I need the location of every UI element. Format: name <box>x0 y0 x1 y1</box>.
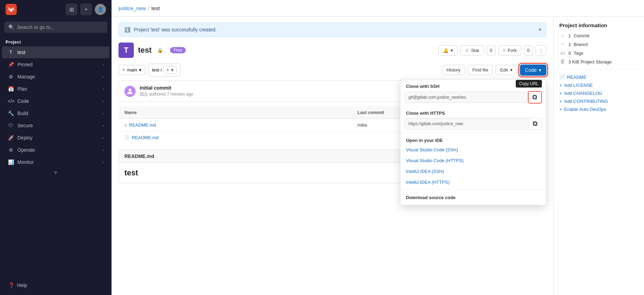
add-contributing-link[interactable]: + Add CONTRIBUTING <box>559 99 638 104</box>
sidebar-item-label-deploy: Deploy <box>17 135 99 141</box>
sidebar: ⊞ + 👤 🔍 Search or go to... Project T tes… <box>0 0 112 295</box>
sidebar-item-label-build: Build <box>17 111 99 116</box>
sidebar-item-monitor[interactable]: 📊 Monitor › <box>2 156 109 168</box>
search-icon: 🔍 <box>8 24 14 30</box>
add-changelog-label: Add CHANGELOG <box>564 91 603 96</box>
enable-devops-icon: + <box>559 107 562 112</box>
sidebar-top: ⊞ + 👤 <box>0 0 112 19</box>
clone-dropdown: Clone with SSH git@gitlab.com:justice_ne… <box>400 79 546 205</box>
add-license-link[interactable]: + Add LICENSE <box>559 83 638 88</box>
ide-intellij-ssh[interactable]: IntelliJ IDEA (SSH) <box>400 166 546 177</box>
sidebar-item-deploy[interactable]: 🚀 Deploy › <box>2 132 109 144</box>
file-name-2: README.md <box>132 135 159 140</box>
sidebar-item-label-pinned: Pinned <box>17 62 99 67</box>
chevron-right-icon: › <box>102 62 104 67</box>
download-source-title[interactable]: Download source code <box>400 192 546 202</box>
sidebar-item-manage[interactable]: ⚙ Manage › <box>2 71 109 83</box>
sidebar-item-code[interactable]: </> Code › <box>2 95 109 107</box>
sidebar-item-label-manage: Manage <box>17 74 99 80</box>
star-count: 0 <box>487 45 496 55</box>
test-icon: T <box>8 50 14 55</box>
add-file-btn[interactable]: + ▾ <box>163 66 177 74</box>
ide-vscode-https[interactable]: Visual Studio Code (HTTPS) <box>400 155 546 166</box>
sidebar-item-pinned[interactable]: 📌 Pinned › <box>2 59 109 70</box>
help-button[interactable]: ❓ Help <box>6 280 106 291</box>
branches-icon: ⑂ <box>559 42 566 47</box>
star-btn[interactable]: ☆ Star <box>460 45 484 55</box>
add-license-icon: + <box>559 83 562 88</box>
commits-label: Commit <box>574 33 589 38</box>
sidebar-top-icons: ⊞ + 👤 <box>66 3 106 15</box>
copy-url-tooltip: Copy URL <box>516 80 542 88</box>
intellij-ssh-label: IntelliJ IDEA (SSH) <box>406 169 444 174</box>
tags-stat: 🏷 0 Tags <box>559 51 638 56</box>
chevron-right-icon-plan: › <box>102 87 104 91</box>
notification-btn[interactable]: 🔔 ▾ <box>438 45 458 55</box>
sidebar-item-test[interactable]: T test <box>2 46 109 58</box>
storage-label: 3 KiB Project Storage <box>568 59 612 65</box>
enable-devops-link[interactable]: + Enable Auto DevOps <box>559 107 638 112</box>
https-url-input[interactable]: https://gitlab.com/justice_new <box>405 118 529 129</box>
branches-count: 1 <box>568 42 571 47</box>
sidebar-item-build[interactable]: 🔧 Build › <box>2 107 109 119</box>
breadcrumb-current: test <box>152 5 160 11</box>
code-btn-label: Code <box>525 67 537 73</box>
edit-btn[interactable]: Edit ▾ <box>496 65 517 75</box>
file-link-readme-md-2[interactable]: 📄 README.md <box>124 135 346 140</box>
sidebar-item-secure[interactable]: 🛡 Secure › <box>2 120 109 131</box>
file-icon-1: ≡ <box>124 123 127 128</box>
https-section-title: Clone with HTTPS <box>400 106 546 118</box>
ide-intellij-https[interactable]: IntelliJ IDEA (HTTPS) <box>400 177 546 188</box>
chevron-right-icon-code: › <box>102 99 104 103</box>
deploy-icon: 🚀 <box>8 135 14 141</box>
ssh-copy-btn[interactable] <box>528 91 542 104</box>
search-placeholder: Search or go to... <box>17 24 54 30</box>
project-info-title: Project information <box>559 22 638 28</box>
code-btn[interactable]: Code ▾ <box>520 65 546 76</box>
success-alert: ℹ️ Project 'test' was successfully creat… <box>118 22 546 37</box>
tags-count: 0 <box>568 51 571 56</box>
fork-btn[interactable]: ⑂ Fork <box>498 45 521 55</box>
fork-count: 0 <box>524 45 533 55</box>
sidebar-item-label-secure: Secure <box>17 123 99 128</box>
sidebar-item-operate[interactable]: ⚙ Operate › <box>2 144 109 156</box>
sidebar-scroll-area: Project T test 📌 Pinned › ⚙ Manage › 📅 P… <box>0 36 112 275</box>
readme-link[interactable]: 📄 README <box>559 75 638 80</box>
alert-close-btn[interactable]: × <box>538 26 542 33</box>
search-bar[interactable]: 🔍 Search or go to... <box>4 22 107 33</box>
add-changelog-icon: + <box>559 91 562 96</box>
chevron-right-icon-build: › <box>102 111 104 115</box>
https-copy-btn[interactable] <box>529 118 542 130</box>
help-icon: ❓ <box>8 282 14 288</box>
file-name-1: README.md <box>129 122 156 128</box>
build-icon: 🔧 <box>8 111 14 116</box>
sidebar-item-plan[interactable]: 📅 Plan › <box>2 83 109 95</box>
breadcrumb-parent[interactable]: justice_new <box>118 5 146 11</box>
clone-divider-2 <box>400 190 546 190</box>
new-item-btn[interactable]: + <box>80 3 92 15</box>
history-btn[interactable]: History <box>442 65 465 75</box>
find-file-btn[interactable]: Find file <box>468 65 493 75</box>
add-license-label: Add LICENSE <box>564 83 593 88</box>
ide-vscode-ssh[interactable]: Visual Studio Code (SSH) <box>400 144 546 155</box>
add-changelog-link[interactable]: + Add CHANGELOG <box>559 91 638 96</box>
branch-selector[interactable]: ⑂ main ▾ <box>118 65 145 75</box>
vscode-ssh-label: Visual Studio Code (SSH) <box>406 147 458 152</box>
ssh-url-input[interactable]: git@gitlab.com:justice_new/tes <box>405 92 528 103</box>
file-link-readme-md-1[interactable]: ≡ README.md <box>124 122 346 128</box>
fork-icon: ⑂ <box>503 48 506 53</box>
gitlab-logo[interactable] <box>6 4 17 15</box>
more-options-btn[interactable]: ⋮ <box>536 45 546 55</box>
secure-icon: 🛡 <box>8 123 14 128</box>
enable-devops-label: Enable Auto DevOps <box>564 107 606 112</box>
code-btn-chevron: ▾ <box>539 67 541 73</box>
file-icon-2: 📄 <box>124 135 130 140</box>
user-avatar[interactable]: 👤 <box>95 4 106 15</box>
sidebar-toggle-btn[interactable]: ⊞ <box>66 3 77 15</box>
content-area: ℹ️ Project 'test' was successfully creat… <box>112 17 644 295</box>
repo-avatar: T <box>118 43 134 58</box>
bell-icon: 🔔 <box>443 48 449 53</box>
edit-chevron: ▾ <box>510 67 513 73</box>
branches-stat: ⑂ 1 Branch <box>559 42 638 47</box>
pinned-icon: 📌 <box>8 62 14 67</box>
